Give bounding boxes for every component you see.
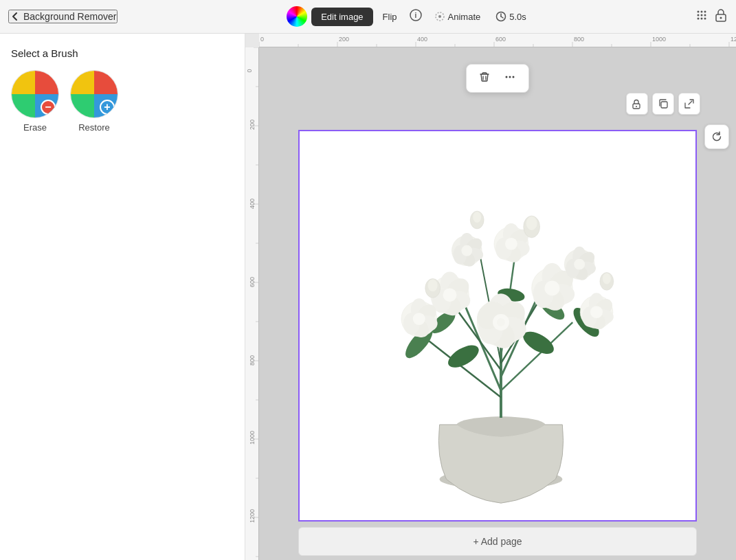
erase-label: Erase	[23, 122, 47, 133]
image-tools	[626, 93, 700, 115]
trash-icon	[479, 71, 490, 82]
svg-point-17	[720, 17, 722, 19]
brush-grid: − Erase + Restore	[11, 70, 234, 133]
svg-point-134	[574, 259, 585, 270]
svg-text:600: 600	[495, 36, 506, 43]
animate-button[interactable]: Animate	[429, 7, 487, 26]
main-layout: Select a Brush − Erase + Restore	[0, 34, 736, 560]
ruler-horizontal: 0 200 400 600 800 1000 1200	[259, 34, 736, 47]
sidebar-heading: Select a Brush	[11, 47, 234, 59]
brush-item-erase[interactable]: − Erase	[11, 70, 59, 133]
expand-button[interactable]	[678, 93, 700, 115]
svg-point-156	[603, 273, 611, 284]
svg-text:400: 400	[417, 36, 427, 43]
more-button[interactable]	[498, 69, 522, 88]
svg-text:200: 200	[339, 36, 349, 43]
svg-point-68	[509, 76, 511, 78]
topbar-left: Background Remover	[8, 10, 146, 23]
color-wheel-button[interactable]	[287, 6, 307, 27]
back-icon	[10, 11, 21, 22]
svg-text:800: 800	[249, 355, 256, 366]
svg-text:0: 0	[260, 36, 264, 43]
svg-point-127	[461, 245, 472, 256]
svg-point-13	[698, 17, 700, 19]
svg-text:1000: 1000	[249, 431, 256, 445]
canvas-area: 0 200 400 600 800 1000 1200	[245, 34, 736, 560]
svg-point-99	[497, 318, 505, 326]
svg-text:1200: 1200	[249, 509, 256, 523]
add-page-button[interactable]: + Add page	[298, 527, 697, 556]
svg-text:600: 600	[249, 277, 256, 287]
brush-circle-erase: −	[11, 70, 59, 118]
topbar: Background Remover Edit image Flip i Ani…	[0, 0, 736, 34]
page-container: + Add page	[298, 96, 697, 556]
lock-frame-button[interactable]	[626, 93, 648, 115]
svg-rect-72	[661, 102, 667, 108]
svg-point-10	[698, 14, 700, 16]
canvas-content[interactable]: + Add page	[259, 47, 736, 560]
svg-text:1000: 1000	[652, 36, 666, 43]
svg-point-7	[698, 10, 700, 12]
more-dots-icon	[504, 71, 516, 82]
svg-point-3	[438, 15, 441, 18]
svg-text:400: 400	[249, 199, 256, 209]
refresh-icon	[711, 131, 723, 143]
svg-text:800: 800	[574, 36, 584, 43]
back-button[interactable]: Background Remover	[8, 10, 118, 23]
edit-image-button[interactable]: Edit image	[311, 8, 372, 26]
svg-point-11	[701, 14, 703, 16]
svg-point-113	[545, 280, 560, 295]
restore-icon: +	[100, 100, 115, 115]
svg-point-8	[701, 10, 703, 12]
svg-point-150	[526, 216, 537, 230]
svg-point-67	[506, 76, 508, 78]
restore-label: Restore	[78, 122, 110, 133]
erase-icon: −	[41, 100, 56, 115]
brush-item-restore[interactable]: + Restore	[70, 70, 118, 133]
svg-text:0: 0	[246, 69, 253, 72]
copy-button[interactable]	[652, 93, 674, 115]
copy-icon	[658, 98, 669, 109]
svg-point-141	[413, 313, 425, 325]
svg-point-152	[473, 212, 481, 223]
svg-point-69	[513, 76, 515, 78]
page-frame[interactable]	[298, 130, 697, 522]
expand-icon	[684, 98, 695, 109]
info-icon: i	[410, 9, 422, 21]
svg-text:200: 200	[249, 120, 256, 130]
time-button[interactable]: 5.0s	[490, 7, 532, 26]
svg-text:1200: 1200	[731, 36, 736, 43]
refresh-button[interactable]	[704, 124, 729, 149]
ruler-vertical: 0 200 400 600 800 1000 1200	[245, 47, 259, 560]
svg-line-6	[501, 16, 503, 18]
flip-button[interactable]: Flip	[377, 8, 403, 26]
svg-point-14	[701, 17, 703, 19]
lock-button[interactable]	[714, 8, 728, 25]
frame-lock-icon	[632, 98, 643, 109]
svg-point-12	[704, 14, 706, 16]
svg-point-154	[428, 279, 438, 291]
svg-point-71	[636, 106, 637, 107]
flower-image	[300, 131, 695, 520]
svg-point-148	[590, 306, 603, 318]
brush-circle-restore: +	[70, 70, 118, 118]
svg-point-106	[443, 288, 457, 302]
floating-toolbar	[466, 64, 529, 93]
back-label: Background Remover	[23, 11, 116, 22]
lock-icon	[714, 8, 728, 23]
svg-point-9	[704, 10, 706, 12]
grid-icon	[695, 8, 709, 22]
svg-point-15	[704, 17, 706, 19]
delete-button[interactable]	[473, 69, 495, 88]
topbar-center: Edit image Flip i Animate 5.0s	[151, 6, 667, 27]
animate-icon	[434, 11, 445, 22]
clock-icon	[495, 11, 506, 22]
svg-point-120	[505, 238, 517, 250]
svg-text:i: i	[414, 12, 416, 19]
topbar-right	[673, 8, 728, 25]
info-button[interactable]: i	[407, 6, 425, 27]
sidebar: Select a Brush − Erase + Restore	[0, 34, 245, 560]
grid-dots-button[interactable]	[695, 8, 709, 25]
